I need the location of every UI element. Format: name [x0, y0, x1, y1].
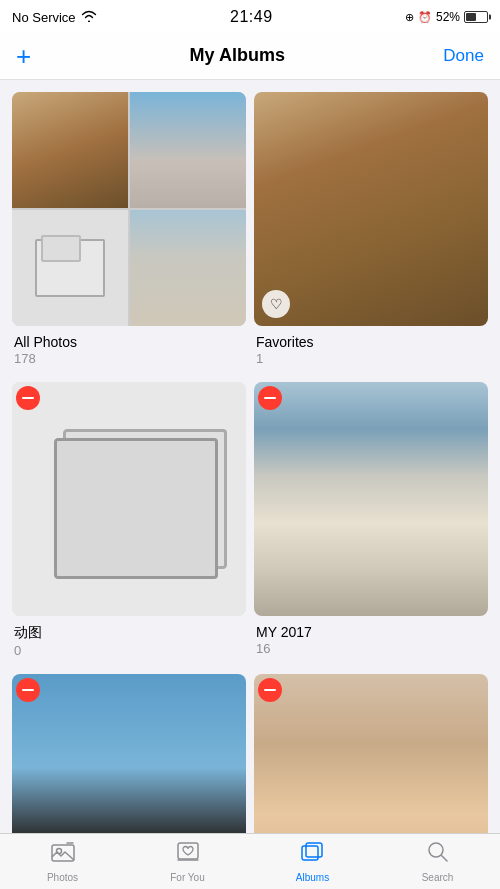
battery-percent: 52% [436, 10, 460, 24]
album-count-animated: 0 [14, 643, 244, 658]
for-you-icon [176, 841, 200, 869]
grid-cell-4 [130, 210, 246, 326]
svg-point-5 [429, 843, 443, 857]
album-name-all-photos: All Photos [14, 334, 244, 350]
albums-grid: All Photos 178 ♡ Favorites 1 [8, 88, 492, 833]
tab-search[interactable]: Search [375, 834, 500, 889]
album-count-all-photos: 178 [14, 351, 244, 366]
album-info-animated: 动图 0 [12, 616, 246, 666]
album-name-animated: 动图 [14, 624, 244, 642]
albums-icon [301, 841, 325, 869]
wifi-icon [80, 10, 98, 25]
tab-search-label: Search [422, 872, 454, 883]
nav-bar: + My Albums Done [0, 32, 500, 80]
status-right: ⊕ ⏰ 52% [405, 10, 488, 24]
delete-album6-button[interactable] [258, 678, 282, 702]
album-cell-my2017[interactable]: MY 2017 16 [250, 378, 492, 670]
alarm-icon: ⏰ [418, 11, 432, 24]
album-cell-all-photos[interactable]: All Photos 178 [8, 88, 250, 378]
album-name-favorites: Favorites [256, 334, 486, 350]
battery-icon [464, 11, 488, 23]
status-bar: No Service 21:49 ⊕ ⏰ 52% [0, 0, 500, 32]
tab-photos-label: Photos [47, 872, 78, 883]
album-thumbnail-5 [12, 674, 246, 833]
tab-for-you-label: For You [170, 872, 204, 883]
album-thumbnail-all-photos [12, 92, 246, 326]
svg-rect-2 [178, 843, 198, 859]
status-left: No Service [12, 10, 98, 25]
album-cell-6[interactable] [250, 670, 492, 833]
album-thumbnail-6 [254, 674, 488, 833]
tab-photos[interactable]: Photos [0, 834, 125, 889]
album-thumbnail-favorites: ♡ [254, 92, 488, 326]
heart-badge: ♡ [262, 290, 290, 318]
delete-album5-button[interactable] [16, 678, 40, 702]
album-cell-5[interactable] [8, 670, 250, 833]
svg-rect-4 [306, 843, 322, 857]
album-name-my2017: MY 2017 [256, 624, 486, 640]
location-icon: ⊕ [405, 11, 414, 24]
album-count-my2017: 16 [256, 641, 486, 656]
svg-rect-3 [302, 846, 318, 860]
album-info-all-photos: All Photos 178 [12, 326, 246, 374]
tab-albums-label: Albums [296, 872, 329, 883]
grid-cell-2 [130, 92, 246, 208]
tab-bar: Photos For You Albums Search [0, 833, 500, 889]
page-title: My Albums [190, 45, 285, 66]
album-count-favorites: 1 [256, 351, 486, 366]
album-cell-animated[interactable]: 动图 0 [8, 378, 250, 670]
album-cell-favorites[interactable]: ♡ Favorites 1 [250, 88, 492, 378]
album-info-favorites: Favorites 1 [254, 326, 488, 374]
search-icon [427, 841, 449, 869]
album-thumbnail-my2017 [254, 382, 488, 616]
grid-cell-3 [12, 210, 128, 326]
album-info-my2017: MY 2017 16 [254, 616, 488, 664]
photos-icon [51, 841, 75, 869]
album-thumbnail-animated [12, 382, 246, 616]
svg-line-6 [441, 855, 447, 861]
tab-albums[interactable]: Albums [250, 834, 375, 889]
tab-for-you[interactable]: For You [125, 834, 250, 889]
status-time: 21:49 [230, 8, 273, 26]
delete-animated-button[interactable] [16, 386, 40, 410]
done-button[interactable]: Done [443, 46, 484, 66]
delete-my2017-button[interactable] [258, 386, 282, 410]
carrier-text: No Service [12, 10, 76, 25]
add-album-button[interactable]: + [16, 43, 31, 69]
albums-container: All Photos 178 ♡ Favorites 1 [0, 80, 500, 833]
grid-cell-1 [12, 92, 128, 208]
